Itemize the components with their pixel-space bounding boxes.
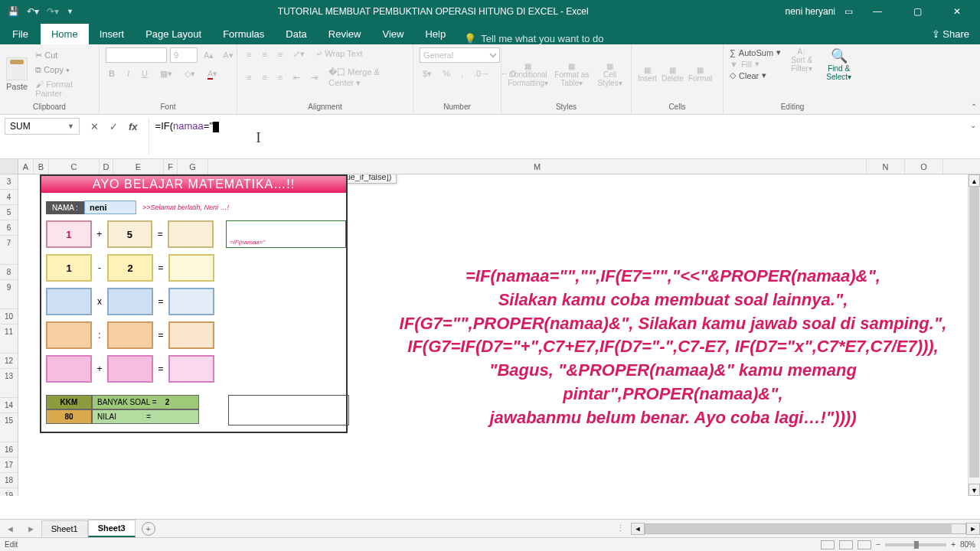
maximize-button[interactable]: ▢: [902, 3, 933, 20]
scroll-down-icon[interactable]: ▼: [969, 484, 980, 496]
number-format-select[interactable]: General: [420, 47, 500, 63]
find-select-button[interactable]: 🔍Find & Select▾: [822, 47, 855, 81]
tab-view[interactable]: View: [371, 24, 414, 44]
hscroll-left[interactable]: ◄: [631, 523, 645, 535]
conditional-formatting-button[interactable]: ▦Conditional Formatting▾: [508, 62, 548, 87]
sheet-tab-sheet1[interactable]: Sheet1: [41, 520, 88, 536]
row-headers[interactable]: 3 4 5 6 7 8 9 10 11 12 13 14 15 16 17 18…: [0, 174, 18, 496]
align-top-icon[interactable]: ≡: [243, 48, 254, 60]
expand-formula-bar-icon[interactable]: ⌄: [966, 118, 980, 129]
cell-g9[interactable]: [168, 254, 214, 282]
align-middle-icon[interactable]: ≡: [259, 48, 270, 60]
cell-g15[interactable]: [168, 355, 214, 383]
format-as-table-button[interactable]: ▦Format as Table▾: [553, 62, 590, 87]
enter-formula-button[interactable]: ✓: [109, 121, 118, 132]
zoom-out-button[interactable]: −: [876, 540, 880, 549]
delete-cells-button[interactable]: ▦Delete: [662, 66, 684, 83]
insert-cells-button[interactable]: ▦Insert: [638, 66, 657, 83]
col-D[interactable]: D: [100, 159, 113, 174]
hscroll-thumb[interactable]: [645, 524, 952, 533]
cell-e11[interactable]: [107, 288, 153, 315]
redo-icon[interactable]: ↷▾: [47, 6, 59, 17]
align-left-icon[interactable]: ≡: [243, 71, 254, 83]
font-family-select[interactable]: [106, 47, 167, 63]
col-E[interactable]: E: [113, 159, 164, 174]
share-button[interactable]: ⇪ Share: [921, 24, 980, 44]
close-button[interactable]: ✕: [942, 3, 972, 20]
font-size-select[interactable]: [170, 47, 198, 63]
increase-font-icon[interactable]: A▴: [201, 49, 217, 62]
cell-c15[interactable]: [46, 355, 92, 383]
col-F[interactable]: F: [164, 159, 178, 174]
format-painter-button[interactable]: 🖌 Format Painter: [32, 78, 93, 99]
scroll-thumb[interactable]: [969, 187, 979, 478]
summary-result-box[interactable]: [228, 395, 349, 425]
active-cell-h7[interactable]: =IF(namaa=": [226, 220, 346, 248]
format-cells-button[interactable]: ▦Format: [688, 66, 713, 83]
col-G[interactable]: G: [178, 159, 208, 174]
cell-e13[interactable]: [107, 321, 153, 349]
cell-g13[interactable]: [168, 321, 214, 349]
sheet-nav-prev[interactable]: ◄: [0, 524, 21, 533]
scroll-up-icon[interactable]: ▲: [969, 174, 980, 187]
cell-c13[interactable]: [46, 321, 92, 349]
tab-insert[interactable]: Insert: [89, 24, 136, 44]
normal-view-icon[interactable]: [821, 540, 835, 549]
col-O[interactable]: O: [905, 159, 943, 174]
ribbon-options-icon[interactable]: ▭: [844, 6, 853, 17]
tell-me-search[interactable]: 💡 Tell me what you want to do: [464, 33, 603, 44]
cell-c11[interactable]: [46, 288, 92, 315]
insert-function-button[interactable]: fx: [129, 121, 138, 132]
fill-button[interactable]: ▼ Fill ▾: [730, 59, 781, 69]
indent-increase-icon[interactable]: ⇥: [308, 71, 321, 84]
autosum-button[interactable]: ∑ AutoSum ▾: [730, 47, 781, 57]
cell-e15[interactable]: [107, 355, 153, 383]
cell-c7[interactable]: 1: [46, 220, 92, 248]
nama-input[interactable]: neni: [84, 201, 136, 214]
collapse-ribbon-icon[interactable]: ⌃: [971, 103, 977, 111]
align-center-icon[interactable]: ≡: [259, 71, 270, 83]
save-icon[interactable]: 💾: [8, 6, 19, 17]
page-layout-view-icon[interactable]: [839, 540, 853, 549]
currency-icon[interactable]: $▾: [420, 67, 435, 80]
account-name[interactable]: neni heryani: [786, 6, 835, 17]
copy-button[interactable]: ⧉ Copy ▾: [32, 64, 93, 77]
bold-button[interactable]: B: [106, 67, 118, 80]
paste-button[interactable]: Paste: [6, 57, 28, 91]
qat-more-icon[interactable]: ▼: [67, 8, 74, 15]
cut-button[interactable]: ✂ Cut: [32, 49, 93, 62]
col-N[interactable]: N: [867, 159, 905, 174]
border-button[interactable]: ▦▾: [157, 67, 175, 80]
worksheet-grid[interactable]: IF(logical_test, [value_if_true], [value…: [0, 174, 980, 496]
col-M[interactable]: M: [208, 159, 867, 174]
italic-button[interactable]: I: [124, 67, 132, 80]
align-bottom-icon[interactable]: ≡: [275, 48, 286, 60]
wrap-text-button[interactable]: ⤶ Wrap Text: [312, 47, 365, 60]
add-sheet-button[interactable]: +: [142, 522, 155, 536]
merge-center-button[interactable]: �囗 Merge & Center ▾: [325, 65, 407, 90]
cell-g11[interactable]: [168, 288, 214, 315]
undo-icon[interactable]: ↶▾: [27, 6, 39, 17]
col-A[interactable]: A: [18, 159, 34, 174]
indent-decrease-icon[interactable]: ⇤: [290, 71, 303, 84]
sheet-nav-next[interactable]: ►: [21, 524, 41, 533]
sheet-tab-sheet3[interactable]: Sheet3: [88, 520, 136, 537]
chevron-down-icon[interactable]: ▼: [67, 122, 74, 130]
cell-e9[interactable]: 2: [107, 254, 153, 282]
formula-input[interactable]: =IF(namaa=" I: [149, 118, 966, 155]
fill-color-button[interactable]: ◇▾: [181, 67, 198, 80]
select-all-corner[interactable]: [0, 159, 18, 174]
column-headers[interactable]: A B C D E F G M N O: [0, 159, 980, 174]
horizontal-scrollbar[interactable]: [645, 523, 966, 534]
tab-data[interactable]: Data: [275, 24, 317, 44]
comma-icon[interactable]: ,: [458, 67, 466, 80]
cell-styles-button[interactable]: ▦Cell Styles▾: [595, 62, 625, 87]
tab-page-layout[interactable]: Page Layout: [135, 24, 212, 44]
cell-e7[interactable]: 5: [107, 220, 153, 248]
col-B[interactable]: B: [34, 159, 49, 174]
decrease-font-icon[interactable]: A▾: [220, 49, 236, 62]
page-break-view-icon[interactable]: [858, 540, 871, 549]
hscroll-right[interactable]: ►: [966, 523, 980, 535]
underline-button[interactable]: U: [139, 67, 151, 80]
sort-filter-button[interactable]: A↓Sort & Filter▾: [787, 47, 816, 73]
